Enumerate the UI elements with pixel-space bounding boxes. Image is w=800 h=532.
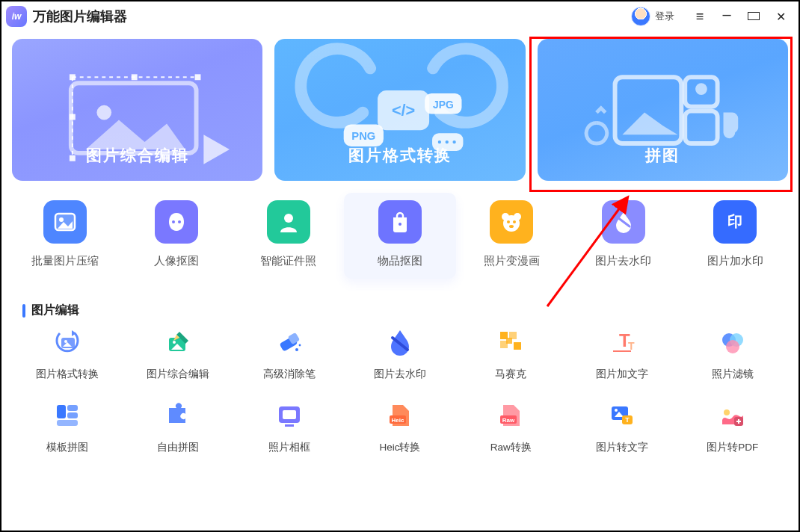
menu-icon[interactable]: ≡ xyxy=(694,9,706,25)
svg-point-32 xyxy=(503,215,520,232)
app-logo: iw xyxy=(6,6,27,27)
tool-label: 图片综合编辑 xyxy=(147,368,209,381)
svg-rect-57 xyxy=(57,405,66,418)
tool-eraser[interactable]: 高级消除笔 xyxy=(234,327,345,381)
section-header: 图片编辑 xyxy=(1,289,799,321)
tool-label: 模板拼图 xyxy=(46,441,88,454)
tool-label: 自由拼图 xyxy=(157,441,199,454)
hero-card-edit[interactable]: 图片综合编辑 xyxy=(12,39,262,181)
svg-text:T: T xyxy=(625,416,630,424)
drop-icon xyxy=(602,200,645,244)
svg-point-34 xyxy=(513,220,516,223)
tool-ocr[interactable]: T 图片转文字 xyxy=(566,400,677,454)
bag-icon xyxy=(378,200,422,244)
quick-item-idphoto[interactable]: 智能证件照 xyxy=(233,193,344,279)
tool-mosaic[interactable]: 马赛克 xyxy=(455,327,566,381)
rot-image-icon xyxy=(52,327,82,357)
svg-rect-49 xyxy=(514,342,521,350)
tool-format[interactable]: 图片格式转换 xyxy=(12,327,123,381)
eraser-icon xyxy=(274,327,304,357)
svg-text:印: 印 xyxy=(727,213,742,229)
tool-editall[interactable]: 图片综合编辑 xyxy=(123,327,233,381)
login-link[interactable]: 登录 xyxy=(655,10,674,23)
svg-point-25 xyxy=(59,217,64,222)
tool-raw[interactable]: Raw Raw转换 xyxy=(455,400,566,454)
svg-rect-20 xyxy=(685,77,717,106)
hero-card-title: 拼图 xyxy=(645,145,680,166)
svg-point-17 xyxy=(446,140,449,143)
minimize-button[interactable]: – xyxy=(721,6,733,23)
svg-point-28 xyxy=(284,214,293,223)
pen-image-icon xyxy=(163,327,193,357)
tool-label: 图片转文字 xyxy=(596,441,648,454)
tool-label: Heic转换 xyxy=(379,441,420,454)
tool-tpl-collage[interactable]: 模板拼图 xyxy=(12,400,123,454)
avatar[interactable] xyxy=(631,7,650,26)
quick-item-label: 物品抠图 xyxy=(378,254,422,268)
svg-point-1 xyxy=(96,105,111,120)
quick-item-label: 智能证件照 xyxy=(260,254,316,268)
hero-card-title: 图片格式转换 xyxy=(348,145,452,166)
svg-point-56 xyxy=(726,340,739,353)
svg-point-69 xyxy=(615,409,618,412)
puzzle-icon xyxy=(163,400,193,430)
svg-point-39 xyxy=(64,340,67,343)
svg-rect-2 xyxy=(70,74,76,80)
svg-point-27 xyxy=(178,220,181,223)
bear-icon xyxy=(490,200,533,244)
titlebar: iw 万能图片编辑器 登录 ≡ – ✕ xyxy=(1,1,799,31)
quick-item-label: 图片去水印 xyxy=(595,254,651,268)
tool-img2pdf[interactable]: 图片转PDF xyxy=(677,400,788,454)
maximize-button[interactable] xyxy=(748,10,760,22)
hero-card-convert[interactable]: </> PNG JPG 图片格式转换 xyxy=(274,39,525,181)
svg-point-29 xyxy=(399,223,401,226)
svg-point-45 xyxy=(298,344,301,347)
tool-free-collage[interactable]: 自由拼图 xyxy=(123,400,233,454)
svg-rect-3 xyxy=(132,74,138,80)
svg-rect-4 xyxy=(195,74,201,80)
drop2-icon xyxy=(385,327,415,357)
quick-item-label: 图片加水印 xyxy=(707,254,763,268)
mosaic-icon xyxy=(496,327,526,357)
tools-grid: 图片格式转换 图片综合编辑 高级消除笔 图片去水印 马赛克 TT 图片加文字 照… xyxy=(1,321,799,454)
quick-item-cartoon[interactable]: 照片变漫画 xyxy=(456,193,567,279)
section-title: 图片编辑 xyxy=(31,303,79,318)
svg-text:</>: </> xyxy=(392,101,415,120)
person-icon xyxy=(267,200,310,244)
quick-item-label: 批量图片压缩 xyxy=(31,254,99,268)
svg-point-44 xyxy=(295,348,298,351)
tool-dewater[interactable]: 图片去水印 xyxy=(345,327,455,381)
tool-label: 照片相框 xyxy=(268,441,310,454)
tool-filter[interactable]: 照片滤镜 xyxy=(677,327,788,381)
svg-rect-13 xyxy=(425,93,462,114)
svg-point-41 xyxy=(173,341,176,344)
quick-item-add-wm[interactable]: 印 图片加水印 xyxy=(680,193,791,279)
hero-row: 图片综合编辑 </> PNG JPG 图片格式转换 拼图 xyxy=(1,31,799,191)
tool-label: 高级消除笔 xyxy=(263,368,316,381)
tool-frame[interactable]: 照片相框 xyxy=(234,400,345,454)
quick-item-remove-wm[interactable]: 图片去水印 xyxy=(567,193,679,279)
quick-item-object[interactable]: 物品抠图 xyxy=(344,193,455,279)
tool-addtext[interactable]: TT 图片加文字 xyxy=(566,327,677,381)
svg-rect-63 xyxy=(285,424,294,427)
quick-item-label: 照片变漫画 xyxy=(484,254,540,268)
section-accent-bar xyxy=(22,304,25,318)
image-icon xyxy=(43,200,87,244)
tool-heic[interactable]: Heic Heic转换 xyxy=(345,400,455,454)
svg-rect-11 xyxy=(344,124,384,146)
quick-item-portrait[interactable]: 人像抠图 xyxy=(120,193,232,279)
tool-label: 图片转PDF xyxy=(707,441,758,454)
app-title: 万能图片编辑器 xyxy=(33,7,127,25)
svg-text:Raw: Raw xyxy=(502,417,515,424)
text-icon: TT xyxy=(607,327,637,357)
close-button[interactable]: ✕ xyxy=(775,10,787,24)
hero-card-collage[interactable]: 拼图 xyxy=(538,39,788,181)
tool-label: 图片加文字 xyxy=(596,368,648,381)
img2text-icon: T xyxy=(607,400,637,430)
img2pdf-icon xyxy=(718,400,748,430)
tool-label: 照片滤镜 xyxy=(712,368,754,381)
tool-label: 图片去水印 xyxy=(374,368,426,381)
svg-rect-0 xyxy=(71,83,197,153)
svg-rect-5 xyxy=(70,114,76,120)
quick-item-compress[interactable]: 批量图片压缩 xyxy=(9,193,120,279)
